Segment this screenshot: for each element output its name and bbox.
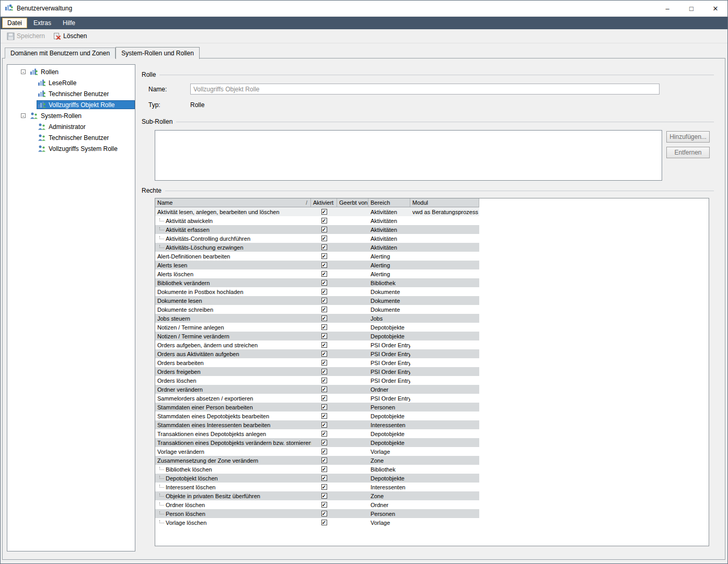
rights-row-orders-aus-aktivitäten-aufgeben[interactable]: Orders aus Aktivitäten aufgeben✓PSI Orde… [155,349,479,358]
tree-item-technischer-benutzer[interactable]: Technischer Benutzer [7,88,135,99]
checkbox-checked-icon[interactable]: ✓ [321,351,327,357]
menu-hilfe[interactable]: Hilfe [57,18,80,28]
rights-row-vorlage-verändern[interactable]: Vorlage verändern✓Vorlage [155,447,479,456]
rights-row-stammdaten-einer-person-bearbeiten[interactable]: Stammdaten einer Person bearbeiten✓Perso… [155,403,479,412]
checkbox-checked-icon[interactable]: ✓ [321,511,327,516]
checkbox-checked-icon[interactable]: ✓ [321,502,327,508]
rights-row-aktivität-lesen-anlegen-bearbeiten-und-löschen[interactable]: Aktivität lesen, anlegen, bearbeiten und… [155,207,479,216]
remove-subrole-button[interactable]: Entfernen [666,147,710,158]
rights-row-dokumente-schreiben[interactable]: Dokumente schreiben✓Dokumente [155,305,479,314]
checkbox-checked-icon[interactable]: ✓ [321,422,327,428]
column-header-name[interactable]: Name / [155,198,311,207]
close-button[interactable]: ✕ [703,1,727,17]
rights-row-vorlage-löschen[interactable]: Vorlage löschen✓Vorlage [155,518,479,527]
rights-row-stammdaten-eines-interessenten-bearbeiten[interactable]: Stammdaten eines Interessenten bearbeite… [155,420,479,429]
rights-row-bibliothek-löschen[interactable]: Bibliothek löschen✓Bibliothek [155,465,479,474]
rights-row-sammelorders-absetzen-exportieren[interactable]: Sammelorders absetzen / exportieren✓PSI … [155,394,479,403]
column-header-bereich[interactable]: Bereich [368,198,410,207]
menu-datei[interactable]: Datei [2,18,27,28]
checkbox-checked-icon[interactable]: ✓ [321,289,327,295]
checkbox-checked-icon[interactable]: ✓ [321,262,327,268]
rights-row-bibliothek-verändern[interactable]: Bibliothek verändern✓Bibliothek [155,278,479,287]
collapse-icon[interactable]: - [21,113,26,118]
checkbox-checked-icon[interactable]: ✓ [321,360,327,366]
rights-row-alerts-löschen[interactable]: Alerts löschen✓Alerting [155,269,479,278]
checkbox-checked-icon[interactable]: ✓ [321,227,327,232]
checkbox-checked-icon[interactable]: ✓ [321,280,327,286]
minimize-button[interactable]: – [655,1,679,17]
checkbox-checked-icon[interactable]: ✓ [321,369,327,374]
tree-node-rollen[interactable]: -Rollen [7,66,135,77]
rights-row-transaktionen-eines-depotobjekts-anlegen[interactable]: Transaktionen eines Depotobjekts anlegen… [155,429,479,438]
checkbox-checked-icon[interactable]: ✓ [321,324,327,330]
checkbox-checked-icon[interactable]: ✓ [321,475,327,481]
checkbox-checked-icon[interactable]: ✓ [321,413,327,419]
rights-row-jobs-steuern[interactable]: Jobs steuern✓Jobs [155,314,479,323]
role-name-input[interactable] [190,84,660,95]
checkbox-checked-icon[interactable]: ✓ [321,315,327,321]
rights-row-aktivität-erfassen[interactable]: Aktivität erfassen✓Aktivitäten [155,225,479,234]
checkbox-checked-icon[interactable]: ✓ [321,457,327,463]
checkbox-checked-icon[interactable]: ✓ [321,342,327,348]
tab-domänen-mit-benutzern-und-zonen[interactable]: Domänen mit Benutzern und Zonen [5,48,115,58]
rights-row-alerts-lesen[interactable]: Alerts lesen✓Alerting [155,261,479,269]
tree-item-leserolle[interactable]: LeseRolle [7,77,135,88]
checkbox-checked-icon[interactable]: ✓ [321,386,327,392]
rights-row-zusammensetzung-der-zone-verändern[interactable]: Zusammensetzung der Zone verändern✓Zone [155,456,479,465]
checkbox-checked-icon[interactable]: ✓ [321,440,327,445]
subroles-listbox[interactable] [155,130,662,181]
checkbox-checked-icon[interactable]: ✓ [321,404,327,410]
checkbox-checked-icon[interactable]: ✓ [321,244,327,250]
menu-extras[interactable]: Extras [28,18,56,28]
rights-row-ordner-löschen[interactable]: Ordner löschen✓Ordner [155,500,479,509]
checkbox-checked-icon[interactable]: ✓ [321,449,327,454]
rights-row-aktivitäts-löschung-erzwingen[interactable]: Aktivitäts-Löschung erzwingen✓Aktivitäte… [155,243,479,252]
rights-row-aktivität-abwickeln[interactable]: Aktivität abwickeln✓Aktivitäten [155,216,479,225]
checkbox-checked-icon[interactable]: ✓ [321,333,327,339]
checkbox-checked-icon[interactable]: ✓ [321,378,327,383]
rights-row-dokumente-in-postbox-hochladen[interactable]: Dokumente in Postbox hochladen✓Dokumente [155,287,479,296]
save-button[interactable]: Speichern [5,31,47,41]
checkbox-checked-icon[interactable]: ✓ [321,236,327,241]
checkbox-checked-icon[interactable]: ✓ [321,395,327,401]
rights-row-notizen-termine-anlegen[interactable]: Notizen / Termine anlegen✓Depotobjekte [155,323,479,332]
checkbox-checked-icon[interactable]: ✓ [321,307,327,312]
rights-row-person-löschen[interactable]: Person löschen✓Personen [155,509,479,518]
rights-row-aktivitäts-controlling-durchführen[interactable]: Aktivitäts-Controlling durchführen✓Aktiv… [155,234,479,243]
collapse-icon[interactable]: - [21,69,26,74]
rights-row-orders-löschen[interactable]: Orders löschen✓PSI Order Entry [155,376,479,385]
tree-node-system-rollen[interactable]: -System-Rollen [7,110,135,121]
rights-row-orders-bearbeiten[interactable]: Orders bearbeiten✓PSI Order Entry [155,358,479,367]
column-header-modul[interactable]: Modul [410,198,479,207]
rights-row-alert-definitionen-bearbeiten[interactable]: Alert-Definitionen bearbeiten✓Alerting [155,252,479,261]
rights-row-orders-freigeben[interactable]: Orders freigeben✓PSI Order Entry [155,367,479,376]
rights-row-stammdaten-eines-depotobjekts-bearbeiten[interactable]: Stammdaten eines Depotobjekts bearbeiten… [155,412,479,420]
checkbox-checked-icon[interactable]: ✓ [321,520,327,525]
rights-row-ordner-verändern[interactable]: Ordner verändern✓Ordner [155,385,479,394]
rights-row-notizen-termine-verändern[interactable]: Notizen / Termine verändern✓Depotobjekte [155,332,479,340]
rights-row-interessent-löschen[interactable]: Interessent löschen✓Interessenten [155,483,479,491]
checkbox-checked-icon[interactable]: ✓ [321,466,327,472]
delete-button[interactable]: Löschen [51,31,89,41]
checkbox-checked-icon[interactable]: ✓ [321,218,327,224]
tree-item-technischer-benutzer[interactable]: Technischer Benutzer [7,132,135,143]
rights-row-dokumente-lesen[interactable]: Dokumente lesen✓Dokumente [155,296,479,305]
rights-row-orders-aufgeben-ändern-und-streichen[interactable]: Orders aufgeben, ändern und streichen✓PS… [155,340,479,349]
checkbox-checked-icon[interactable]: ✓ [321,271,327,277]
checkbox-checked-icon[interactable]: ✓ [321,484,327,490]
tab-system-rollen-und-rollen[interactable]: System-Rollen und Rollen [115,47,200,59]
rights-row-depotobjekt-löschen[interactable]: Depotobjekt löschen✓Depotobjekte [155,474,479,483]
checkbox-checked-icon[interactable]: ✓ [321,209,327,215]
rights-row-objekte-in-privaten-besitz-überführen[interactable]: Objekte in privaten Besitz überführen✓Zo… [155,491,479,500]
tree-item-administrator[interactable]: Administrator [7,121,135,132]
checkbox-checked-icon[interactable]: ✓ [321,253,327,259]
column-header-geerbt-von[interactable]: Geerbt von [337,198,368,207]
add-subrole-button[interactable]: Hinzufügen... [666,131,710,143]
column-header-aktiviert[interactable]: Aktiviert [311,198,337,207]
maximize-button[interactable]: □ [679,1,703,17]
tree-item-vollzugriffs-system-rolle[interactable]: Vollzugriffs System Rolle [7,143,135,154]
checkbox-checked-icon[interactable]: ✓ [321,298,327,303]
tree-item-vollzugriffs-objekt-rolle[interactable]: Vollzugriffs Objekt Rolle [7,99,135,110]
checkbox-checked-icon[interactable]: ✓ [321,431,327,437]
rights-row-transaktionen-eines-depotobjekts-verändern-bzw-stornieren[interactable]: Transaktionen eines Depotobjekts verände… [155,438,479,447]
